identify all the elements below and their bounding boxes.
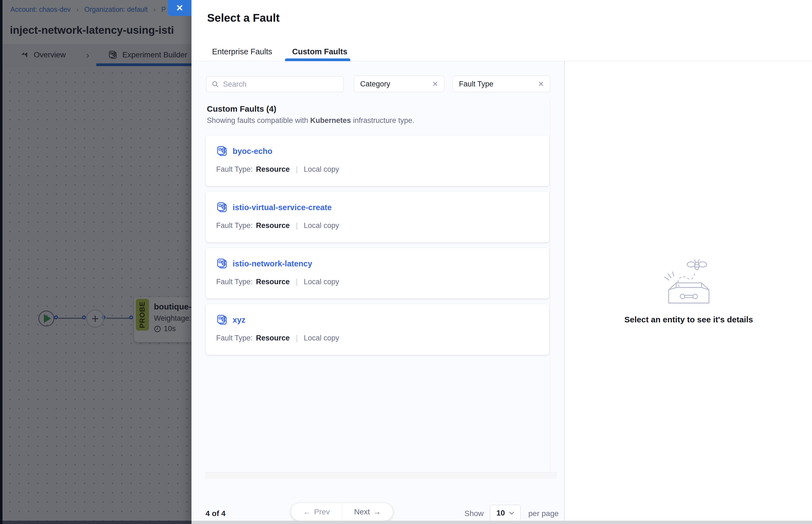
fault-name-link[interactable]: istio-virtual-service-create	[233, 203, 332, 212]
active-faults-tab-underline	[285, 59, 350, 61]
fault-search	[206, 76, 344, 92]
fault-meta: Fault Type: Resource | Local copy	[216, 334, 339, 342]
fault-name-link[interactable]: istio-network-latency	[233, 259, 312, 268]
show-label: Show	[464, 509, 484, 518]
select-fault-drawer: Select a Fault Enterprise Faults Custom …	[192, 0, 812, 524]
per-page-label: per page	[528, 509, 559, 518]
drawer-title: Select a Fault	[207, 12, 280, 24]
prev-page-button[interactable]: ← Prev	[291, 503, 342, 521]
fault-card-istio-virtual-service-create[interactable]: istio-virtual-service-create Fault Type:…	[206, 192, 549, 242]
clear-category-icon[interactable]: ✕	[432, 80, 438, 88]
fault-type-filter-label: Fault Type	[459, 80, 494, 88]
drawer-close-button[interactable]: ✕	[168, 0, 192, 16]
fault-detail-pane: Select an entity to see it's details	[564, 62, 812, 524]
local-copy-label: Local copy	[304, 165, 339, 174]
local-copy-label: Local copy	[304, 278, 339, 286]
fault-icon	[216, 314, 228, 326]
fault-card-byoc-echo[interactable]: byoc-echo Fault Type: Resource | Local c…	[206, 135, 549, 186]
page-hscrollbar-right[interactable]	[192, 521, 812, 524]
next-page-button[interactable]: Next →	[342, 503, 393, 521]
modal-dim-overlay[interactable]	[0, 0, 192, 524]
faults-count-heading: Custom Faults (4)	[207, 104, 276, 114]
fault-icon	[216, 145, 228, 157]
drawer-header: Select a Fault Enterprise Faults Custom …	[192, 0, 812, 61]
arrow-right-icon: →	[373, 508, 381, 516]
fault-type-filter[interactable]: Fault Type ✕	[453, 76, 550, 92]
local-copy-label: Local copy	[304, 222, 339, 230]
empty-state: Select an entity to see it's details	[565, 257, 812, 324]
fault-meta: Fault Type: Resource | Local copy	[216, 278, 339, 286]
tab-enterprise-faults[interactable]: Enterprise Faults	[212, 47, 272, 61]
fault-meta: Fault Type: Resource | Local copy	[216, 165, 339, 174]
vertical-scrollbar[interactable]	[550, 100, 557, 472]
fault-name-link[interactable]: byoc-echo	[233, 147, 272, 156]
arrow-left-icon: ←	[303, 508, 311, 516]
faults-scroll-area[interactable]: Custom Faults (4) Showing faults compati…	[205, 100, 557, 479]
category-filter[interactable]: Category ✕	[354, 76, 444, 92]
page-size-select[interactable]: 10	[490, 505, 521, 521]
fault-card-xyz[interactable]: xyz Fault Type: Resource | Local copy	[206, 304, 549, 355]
search-icon	[212, 80, 219, 88]
fault-name-link[interactable]: xyz	[233, 315, 246, 325]
local-copy-label: Local copy	[304, 334, 339, 342]
fault-icon	[216, 258, 228, 269]
app-root: Account: chaos-dev › Organization: defau…	[0, 0, 812, 524]
fault-card-istio-network-latency[interactable]: istio-network-latency Fault Type: Resour…	[206, 248, 549, 298]
category-filter-label: Category	[360, 80, 391, 88]
empty-state-text: Select an entity to see it's details	[565, 315, 812, 324]
chevron-down-icon	[509, 511, 514, 515]
horizontal-scrollbar[interactable]	[205, 472, 557, 479]
fault-icon	[216, 202, 228, 213]
pagination-count: 4 of 4	[205, 509, 226, 518]
clear-fault-type-icon[interactable]: ✕	[538, 80, 544, 88]
pagination-buttons: ← Prev Next →	[291, 503, 393, 521]
faults-compat-subtitle: Showing faults compatible with Kubernete…	[207, 116, 414, 125]
search-input[interactable]	[223, 80, 338, 88]
empty-drawer-bee-illustration	[660, 257, 718, 307]
faults-list-pane: Category ✕ Fault Type ✕ Custom Faults (4…	[192, 62, 564, 524]
fault-meta: Fault Type: Resource | Local copy	[216, 222, 339, 230]
